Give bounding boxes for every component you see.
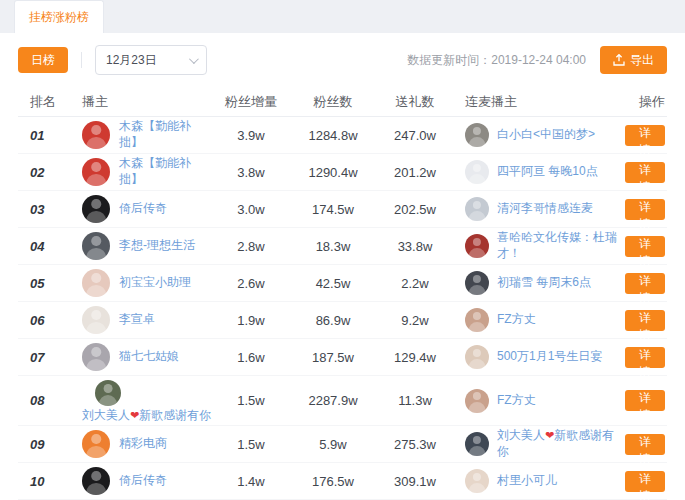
fan-increase-cell: 3.9w [213, 128, 289, 143]
tab-hang-list-fan-growth[interactable]: 挂榜涨粉榜 [14, 0, 104, 33]
co-streamer-link[interactable]: FZ方丈 [497, 312, 536, 328]
table-row: 09精彩电商1.5w5.9w275.3w刘大美人❤新歌感谢有你详情 [18, 426, 667, 463]
update-time-value: 2019-12-24 04:00 [491, 53, 586, 67]
streamer-link[interactable]: 倚后传奇 [119, 201, 167, 217]
streamer-avatar [82, 306, 110, 334]
fan-count-cell: 1284.8w [289, 128, 377, 143]
gift-count-cell: 129.4w [377, 350, 453, 365]
co-streamer-link[interactable]: FZ方丈 [497, 393, 536, 409]
export-button[interactable]: 导出 [600, 46, 667, 74]
rank-cell: 02 [18, 165, 68, 180]
export-button-label: 导出 [630, 52, 654, 69]
ranking-table: 排名 播主 粉丝增量 粉丝数 送礼数 连麦播主 操作 01木森【勤能补拙】3.9… [18, 87, 667, 500]
co-streamer-link[interactable]: 白小白<中国的梦> [497, 127, 595, 143]
streamer-link[interactable]: 初宝宝小助理 [119, 275, 191, 291]
co-streamer-link[interactable]: 四平阿亘 每晚10点 [497, 164, 598, 180]
detail-button[interactable]: 详情 [625, 310, 665, 331]
fan-increase-cell: 2.6w [213, 276, 289, 291]
action-cell: 详情 [625, 125, 667, 146]
co-streamer-cell: 村里小可儿 [453, 469, 625, 493]
co-streamer-avatar [465, 469, 489, 493]
fan-count-cell: 86.9w [289, 313, 377, 328]
fan-count-cell: 187.5w [289, 350, 377, 365]
streamer-cell: 猫七七姑娘 [68, 343, 213, 371]
detail-button[interactable]: 详情 [625, 273, 665, 294]
action-cell: 详情 [625, 310, 667, 331]
streamer-link[interactable]: 木森【勤能补拙】 [119, 156, 213, 187]
rank-cell: 08 [18, 393, 68, 408]
detail-button[interactable]: 详情 [625, 199, 665, 220]
streamer-avatar [82, 467, 110, 495]
date-select-value: 12月23日 [106, 52, 157, 69]
daily-rank-button[interactable]: 日榜 [18, 47, 68, 73]
detail-button[interactable]: 详情 [625, 471, 665, 492]
detail-button[interactable]: 详情 [625, 236, 665, 257]
detail-button[interactable]: 详情 [625, 162, 665, 183]
fan-count-cell: 174.5w [289, 202, 377, 217]
app-window: 挂榜涨粉榜 日榜 12月23日 数据更新时间：2019-12-24 04:00 … [0, 0, 685, 500]
rank-cell: 01 [18, 128, 68, 143]
streamer-avatar [82, 232, 110, 260]
rank-cell: 07 [18, 350, 68, 365]
fan-increase-cell: 1.6w [213, 350, 289, 365]
streamer-link[interactable]: 猫七七姑娘 [119, 349, 179, 365]
tab-bar: 挂榜涨粉榜 [0, 0, 685, 33]
co-streamer-link[interactable]: 喜哈哈文化传媒：杜瑞才！ [497, 230, 625, 261]
co-streamer-cell: 白小白<中国的梦> [453, 123, 625, 147]
rank-cell: 04 [18, 239, 68, 254]
streamer-cell: 李宣卓 [68, 306, 213, 334]
table-row: 06李宣卓1.9w86.9w9.2wFZ方丈详情 [18, 302, 667, 339]
fan-increase-cell: 1.5w [213, 437, 289, 452]
streamer-link[interactable]: 李想-理想生活 [119, 238, 195, 254]
streamer-avatar [82, 158, 110, 186]
detail-button[interactable]: 详情 [625, 347, 665, 368]
co-streamer-cell: FZ方丈 [453, 308, 625, 332]
co-streamer-avatar [465, 123, 489, 147]
column-header-co-streamer: 连麦播主 [453, 93, 625, 111]
streamer-link[interactable]: 刘大美人❤新歌感谢有你 [82, 408, 211, 424]
export-icon [613, 54, 625, 66]
streamer-cell: 初宝宝小助理 [68, 269, 213, 297]
streamer-link[interactable]: 倚后传奇 [119, 473, 167, 489]
co-streamer-link[interactable]: 刘大美人❤新歌感谢有你 [497, 428, 625, 459]
co-streamer-link[interactable]: 500万1月1号生日宴 [497, 349, 602, 365]
column-header-streamer: 播主 [68, 93, 213, 111]
streamer-link[interactable]: 木森【勤能补拙】 [119, 119, 213, 150]
gift-count-cell: 309.1w [377, 474, 453, 489]
co-streamer-avatar [465, 432, 489, 456]
co-streamer-avatar [465, 389, 489, 413]
co-streamer-avatar [465, 234, 489, 258]
co-streamer-cell: 刘大美人❤新歌感谢有你 [453, 428, 625, 459]
action-cell: 详情 [625, 273, 667, 294]
gift-count-cell: 2.2w [377, 276, 453, 291]
detail-button[interactable]: 详情 [625, 434, 665, 455]
detail-button[interactable]: 详情 [625, 390, 665, 411]
date-select[interactable]: 12月23日 [95, 45, 207, 75]
heart-icon: ❤ [545, 429, 554, 441]
co-streamer-link[interactable]: 清河李哥情感连麦 [497, 201, 593, 217]
column-header-action: 操作 [625, 93, 667, 111]
table-row: 01木森【勤能补拙】3.9w1284.8w247.0w白小白<中国的梦>详情 [18, 117, 667, 154]
column-header-gift-count: 送礼数 [377, 93, 453, 111]
column-header-fan-increase: 粉丝增量 [213, 93, 289, 111]
fan-increase-cell: 3.8w [213, 165, 289, 180]
co-streamer-cell: 初瑞雪 每周末6点 [453, 271, 625, 295]
chevron-down-icon [189, 54, 199, 64]
fan-count-cell: 5.9w [289, 437, 377, 452]
table-body: 01木森【勤能补拙】3.9w1284.8w247.0w白小白<中国的梦>详情02… [18, 117, 667, 500]
table-row: 08刘大美人❤新歌感谢有你1.5w2287.9w11.3wFZ方丈详情 [18, 376, 667, 426]
rank-cell: 03 [18, 202, 68, 217]
column-header-fan-count: 粉丝数 [289, 93, 377, 111]
co-streamer-link[interactable]: 村里小可儿 [497, 473, 557, 489]
streamer-link[interactable]: 李宣卓 [119, 312, 155, 328]
streamer-avatar [82, 430, 110, 458]
fan-increase-cell: 2.8w [213, 239, 289, 254]
streamer-avatar [95, 380, 121, 406]
gift-count-cell: 247.0w [377, 128, 453, 143]
rank-cell: 05 [18, 276, 68, 291]
table-row: 05初宝宝小助理2.6w42.5w2.2w初瑞雪 每周末6点详情 [18, 265, 667, 302]
detail-button[interactable]: 详情 [625, 125, 665, 146]
action-cell: 详情 [625, 199, 667, 220]
co-streamer-link[interactable]: 初瑞雪 每周末6点 [497, 275, 591, 291]
streamer-link[interactable]: 精彩电商 [119, 436, 167, 452]
